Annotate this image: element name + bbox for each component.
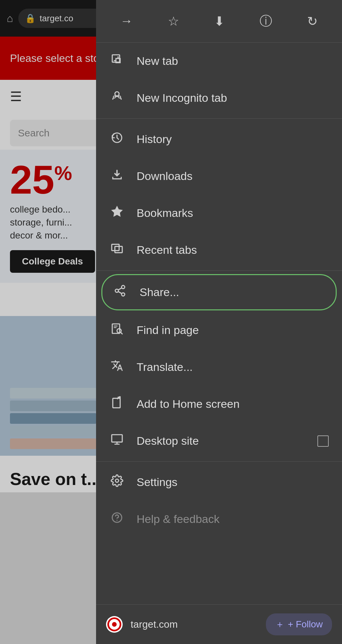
banner-text: Please select a store <box>10 52 109 65</box>
settings-label: Settings <box>137 476 177 489</box>
search-placeholder: Search <box>18 127 50 139</box>
settings-icon <box>109 474 125 490</box>
menu-item-recent-tabs[interactable]: Recent tabs <box>96 232 342 268</box>
follow-bar: target.com ＋ + Follow <box>96 604 342 644</box>
find-icon <box>109 322 125 338</box>
svg-point-3 <box>115 92 119 96</box>
checkbox-empty <box>317 435 329 447</box>
svg-marker-8 <box>112 206 122 216</box>
menu-item-incognito[interactable]: New Incognito tab <box>96 80 342 116</box>
sheet-item <box>10 426 96 436</box>
divider-2 <box>96 270 342 271</box>
svg-rect-21 <box>113 398 120 408</box>
target-inner <box>112 622 117 627</box>
divider-3 <box>96 461 342 462</box>
history-icon <box>109 131 125 147</box>
follow-plus-icon: ＋ <box>275 618 285 631</box>
follow-label: + Follow <box>288 619 323 630</box>
home-icon[interactable]: ⌂ <box>7 12 13 25</box>
sheet-item <box>10 401 96 411</box>
save-on-text: Save on t... <box>10 469 101 489</box>
desktop-checkbox[interactable] <box>317 435 329 447</box>
new-tab-icon <box>109 53 125 69</box>
add-home-icon <box>109 396 125 412</box>
menu-item-downloads[interactable]: Downloads <box>96 158 342 195</box>
desktop-icon <box>109 433 125 449</box>
history-label: History <box>137 133 172 146</box>
recent-tabs-label: Recent tabs <box>137 243 197 256</box>
url-text: target.co <box>40 13 73 24</box>
share-icon <box>112 284 128 300</box>
menu-item-share[interactable]: Share... <box>101 274 337 310</box>
info-icon[interactable]: ⓘ <box>256 9 276 33</box>
svg-point-12 <box>115 289 119 292</box>
hamburger-icon[interactable]: ☰ <box>10 90 22 103</box>
incognito-icon <box>109 90 125 106</box>
svg-point-4 <box>113 96 115 98</box>
sheet-item <box>10 388 96 399</box>
svg-line-15 <box>118 288 122 290</box>
recent-tabs-icon <box>109 242 125 258</box>
bookmarks-label: Bookmarks <box>137 207 193 220</box>
sheets-display <box>10 388 96 449</box>
sheet-item <box>10 438 96 449</box>
svg-point-26 <box>115 479 119 482</box>
svg-point-28 <box>116 520 117 521</box>
translate-icon <box>109 359 125 375</box>
menu-item-settings[interactable]: Settings <box>96 464 342 501</box>
menu-item-find[interactable]: Find in page <box>96 312 342 349</box>
menu-item-new-tab[interactable]: New tab <box>96 43 342 80</box>
downloads-icon <box>109 168 125 184</box>
menu-item-translate[interactable]: Translate... <box>96 349 342 386</box>
follow-button[interactable]: ＋ + Follow <box>266 613 332 635</box>
bookmark-star-icon[interactable]: ☆ <box>165 11 182 32</box>
divider-1 <box>96 118 342 119</box>
svg-point-13 <box>122 293 125 296</box>
svg-point-11 <box>122 285 125 289</box>
download-icon[interactable]: ⬇ <box>211 11 228 32</box>
translate-label: Translate... <box>137 361 193 374</box>
menu-item-desktop[interactable]: Desktop site <box>96 422 342 459</box>
forward-icon[interactable]: → <box>117 11 136 32</box>
help-label: Help & feedback <box>137 513 220 526</box>
menu-item-history[interactable]: History <box>96 121 342 158</box>
share-label: Share... <box>140 286 179 299</box>
sheet-item <box>10 413 96 424</box>
svg-line-18 <box>121 333 122 334</box>
target-circle <box>107 617 121 631</box>
bookmarks-icon <box>109 205 125 221</box>
menu-toolbar: → ☆ ⬇ ⓘ ↻ <box>96 0 342 43</box>
context-menu: → ☆ ⬇ ⓘ ↻ New tab New Incognito tab <box>96 0 342 644</box>
target-logo <box>106 616 123 633</box>
find-label: Find in page <box>137 324 199 337</box>
new-tab-label: New tab <box>137 55 178 68</box>
incognito-label: New Incognito tab <box>137 91 227 104</box>
follow-domain: target.com <box>131 619 258 630</box>
college-deals-button[interactable]: College Deals <box>10 250 95 273</box>
help-icon <box>109 511 125 527</box>
svg-line-14 <box>118 291 122 293</box>
menu-item-add-home[interactable]: Add to Home screen <box>96 386 342 422</box>
svg-point-5 <box>119 96 121 98</box>
refresh-icon[interactable]: ↻ <box>304 11 321 32</box>
desktop-label: Desktop site <box>137 434 199 447</box>
menu-item-bookmarks[interactable]: Bookmarks <box>96 195 342 232</box>
svg-rect-23 <box>112 435 122 442</box>
add-home-label: Add to Home screen <box>137 398 240 410</box>
menu-item-help[interactable]: Help & feedback <box>96 501 342 538</box>
lock-icon: 🔒 <box>25 13 36 24</box>
downloads-label: Downloads <box>137 170 192 183</box>
